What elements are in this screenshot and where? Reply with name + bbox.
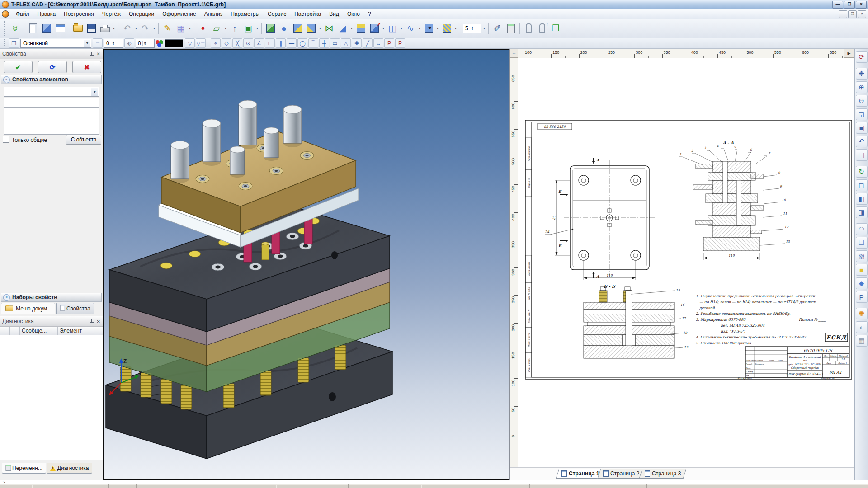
select-filter-body-icon[interactable]: ⊙ <box>243 38 253 48</box>
material-icon[interactable]: ◐ <box>856 321 868 333</box>
undo-icon[interactable]: ↶ <box>120 22 134 35</box>
bottom-tab-variables[interactable]: Переменн... <box>2 463 46 474</box>
selector-options-icon[interactable]: Р <box>384 38 394 48</box>
collapse-icon[interactable]: « <box>3 76 10 83</box>
colors-icon[interactable] <box>156 40 164 47</box>
sketch-icon[interactable]: ✎ <box>160 22 174 35</box>
copy-operation-icon[interactable]: ↗ <box>368 22 381 35</box>
sheet-mode-icon[interactable]: P <box>856 291 868 303</box>
new-3d-model-icon[interactable] <box>40 22 53 35</box>
workplane-3d-dropdown[interactable]: ▼ <box>255 27 259 30</box>
menu-вид[interactable]: Вид <box>325 9 343 19</box>
layers-icon[interactable]: ≣ <box>93 38 103 48</box>
redo-dropdown[interactable]: ▼ <box>152 27 156 30</box>
cavity-icon[interactable] <box>422 22 435 35</box>
property-list[interactable] <box>4 108 99 135</box>
page-style-combo[interactable]: Основной▼ <box>20 39 91 48</box>
wireframe-mode-icon[interactable]: ☐ <box>856 237 868 249</box>
pages-icon[interactable]: ▦ <box>174 22 188 35</box>
diag-col-icon[interactable] <box>0 327 10 335</box>
tab-document-menu[interactable]: Меню докум... <box>1 303 55 314</box>
undo-dropdown[interactable]: ▼ <box>134 27 138 30</box>
new-document-icon[interactable] <box>26 22 40 35</box>
save-document-icon[interactable] <box>85 22 98 35</box>
only-common-checkbox[interactable] <box>3 136 9 143</box>
drawing-canvas[interactable]: 82 566-2159Перв. примен.Справ. №Подп. и … <box>518 58 854 468</box>
level-icon[interactable]: ⬖ <box>124 38 134 48</box>
top-view-icon[interactable]: ◧ <box>856 193 868 205</box>
close-pane-icon[interactable]: ✕ <box>97 52 100 56</box>
level-spinner[interactable]: 0▲▼ <box>136 39 155 48</box>
shell-icon[interactable]: ◫ <box>386 22 399 35</box>
select-filter-surface-icon[interactable]: ┼ <box>319 38 329 48</box>
section-view-icon[interactable]: ◠ <box>856 223 868 235</box>
pin-icon[interactable] <box>90 319 94 324</box>
menu-[interactable]: ? <box>364 9 375 19</box>
menu-файл[interactable]: Файл <box>12 9 33 19</box>
select-filter-operation-icon[interactable]: ∠ <box>254 38 264 48</box>
print-dropdown[interactable]: ▼ <box>112 27 116 30</box>
mdi-minimize-button[interactable]: — <box>839 10 847 18</box>
select-filter-edge-icon[interactable]: ◇ <box>222 38 231 48</box>
blend-dropdown[interactable]: ▼ <box>349 27 354 30</box>
external-link-icon[interactable]: ↑ <box>535 22 549 35</box>
named-views-icon[interactable]: ▤ <box>856 149 868 161</box>
regenerate-icon[interactable]: ⟳ <box>856 51 868 63</box>
construction-axis-icon[interactable]: ↑ <box>228 22 241 35</box>
select-filter-dimension-icon[interactable]: ▭ <box>330 38 340 48</box>
menu-операции[interactable]: Операции <box>125 9 158 19</box>
menu-настройка[interactable]: Настройка <box>290 9 325 19</box>
menu-построения[interactable]: Построения <box>60 9 98 19</box>
zoom-extents-icon[interactable]: ▣ <box>856 122 868 134</box>
select-filter-vertex-icon[interactable]: ⌖ <box>211 38 221 48</box>
zoom-out-icon[interactable]: ⊖ <box>856 95 868 107</box>
camera-icon[interactable]: ▦ <box>856 335 868 347</box>
filter-list-icon[interactable]: ▽≣ <box>196 38 206 48</box>
workplane-icon[interactable]: ▱ <box>210 22 223 35</box>
iso-view-icon[interactable]: ◨ <box>856 206 868 218</box>
menu-сервис[interactable]: Сервис <box>264 9 290 19</box>
zoom-step-dropdown[interactable]: ▼ <box>482 27 486 30</box>
page-tab-3[interactable]: Страница 3 <box>639 469 687 479</box>
property-input[interactable] <box>4 98 99 108</box>
viewport-3d[interactable]: Z Y <box>103 49 509 480</box>
select-filter-sketch-icon[interactable]: ╱ <box>363 38 373 48</box>
ruler-scroll-right-icon[interactable]: ▶ <box>844 49 854 58</box>
collapse-icon[interactable]: « <box>3 294 10 301</box>
rendered-mode-icon[interactable]: ◆ <box>856 277 868 289</box>
menu-окно[interactable]: Окно <box>343 9 364 19</box>
select-filter-point-icon[interactable]: ◯ <box>297 38 307 48</box>
mdi-maximize-button[interactable]: ❐ <box>848 10 857 18</box>
diag-col-message[interactable]: Сообще... <box>20 327 58 335</box>
menu-параметры[interactable]: Параметры <box>226 9 264 19</box>
layer-spinner[interactable]: 0▲▼ <box>104 39 123 48</box>
select-filter-curve-icon[interactable]: ⌒ <box>308 38 318 48</box>
mdi-close-button[interactable]: ✕ <box>858 10 866 18</box>
maximize-button[interactable]: ❐ <box>844 1 855 9</box>
horizontal-ruler[interactable]: 100150200250300350400450500550600650 <box>518 49 844 58</box>
rotate-view-icon[interactable]: ↻ <box>856 166 868 178</box>
command-line[interactable]: > <box>0 480 868 484</box>
attach-file-icon[interactable] <box>522 22 535 35</box>
select-filter-text-icon[interactable]: △ <box>341 38 351 48</box>
property-sets-section[interactable]: « Наборы свойств <box>1 293 102 302</box>
copy-operation-dropdown[interactable]: ▼ <box>381 27 386 30</box>
from-object-button[interactable]: С объекта <box>66 135 101 145</box>
tab-properties[interactable]: Свойства <box>56 303 94 314</box>
loft-icon[interactable]: ⋈ <box>322 22 336 35</box>
bottom-tab-diagnostics[interactable]: Диагностика <box>47 463 93 474</box>
menu-правка[interactable]: Правка <box>33 9 60 19</box>
sweep-icon[interactable]: ∿ <box>404 22 417 35</box>
light-icon[interactable]: ✺ <box>856 308 868 319</box>
previous-view-icon[interactable]: ↶ <box>856 136 868 147</box>
print-icon[interactable] <box>98 22 112 35</box>
cancel-button[interactable]: ✖ <box>72 61 101 73</box>
boolean-add-icon[interactable] <box>291 22 304 35</box>
primitive-icon[interactable] <box>354 22 368 35</box>
close-button[interactable]: ✕ <box>856 1 867 9</box>
boolean-subtract-dropdown[interactable]: ▼ <box>318 27 322 30</box>
select-filter-hatch-icon[interactable]: ✚ <box>352 38 362 48</box>
refresh-button[interactable]: ⟳ <box>38 61 67 73</box>
zoom-in-icon[interactable]: ⊕ <box>856 81 868 93</box>
menu-анализ[interactable]: Анализ <box>200 9 227 19</box>
